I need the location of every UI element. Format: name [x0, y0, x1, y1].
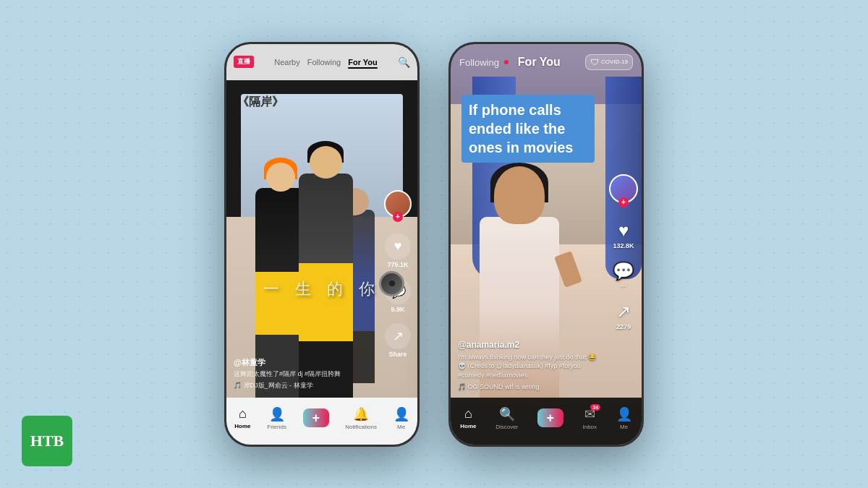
dancer2-head — [310, 146, 342, 179]
creator-avatar-container2: + — [609, 174, 638, 203]
music-disc — [379, 271, 404, 296]
header-nav: Following For You — [459, 56, 561, 69]
comment-count: 9.9K — [391, 306, 404, 313]
comment-button2[interactable]: 💬 ··· — [613, 261, 634, 290]
creator-avatar-container: + — [384, 190, 412, 218]
live-badge[interactable]: 直播 — [234, 56, 254, 68]
dancer1-head — [266, 163, 295, 192]
shield-icon: 🛡 — [590, 57, 599, 67]
create-button[interactable]: + — [303, 408, 329, 427]
heart-icon: ♥ — [385, 234, 411, 260]
home-nav-item2[interactable]: ⌂ Home — [460, 406, 476, 429]
create-nav-item2[interactable]: + — [537, 408, 563, 427]
for-you-tab2[interactable]: For You — [518, 56, 561, 68]
home-nav-item[interactable]: ⌂ Home — [234, 406, 250, 429]
like-button2[interactable]: ♥ 132.8K — [613, 221, 634, 249]
music-info: 🎵 岸DJ版_网俞云 - 林童学 — [234, 381, 378, 390]
right-sidebar-2: + ♥ 132.8K 💬 ··· ↗ 2279 — [609, 174, 638, 330]
video-description: 这舞蹈太魔性了#隔岸 dj #隔岸扭胯舞 — [234, 370, 378, 379]
profile-icon2: 👤 — [616, 406, 632, 422]
follow-plus-button2[interactable]: + — [618, 197, 629, 207]
live-indicator — [504, 60, 509, 64]
phone1-header: 直播 Nearby Following For You 🔍 — [226, 44, 417, 80]
following-tab[interactable]: Following — [307, 58, 341, 67]
home-icon: ⌂ — [239, 406, 247, 421]
discover-nav-item[interactable]: 🔍 Discover — [495, 406, 518, 430]
bottom-nav-bar2: ⌂ Home 🔍 Discover + ✉ 34 Inbox — [451, 398, 642, 445]
music-info2: 🎵 OG SOUND wtf is wrong — [458, 383, 602, 390]
search-icon[interactable]: 🔍 — [398, 56, 410, 68]
share-icon: ↗ — [385, 323, 411, 349]
share-button2[interactable]: ↗ 2279 — [616, 301, 631, 330]
create-nav-item[interactable]: + — [303, 408, 329, 427]
creator-username[interactable]: @林童学 — [234, 357, 378, 368]
follow-plus-button[interactable]: + — [393, 212, 403, 222]
share-button[interactable]: ↗ Share — [385, 323, 411, 358]
friends-icon: 👤 — [269, 406, 285, 422]
girl-head — [494, 166, 545, 224]
share-count2: 2279 — [616, 323, 631, 330]
right-sidebar: + ♥ 775.1K 💬 9.9K ↗ Share — [384, 190, 412, 358]
inbox-badge-count: 34 — [590, 404, 600, 411]
for-you-tab[interactable]: For You — [348, 58, 378, 67]
video-caption: If phone calls ended like the ones in mo… — [461, 95, 595, 163]
profile-icon: 👤 — [393, 406, 409, 422]
main-scene: 直播 Nearby Following For You 🔍 《隔岸》 一 生 的… — [224, 42, 644, 447]
like-count2: 132.8K — [613, 242, 634, 249]
comment-icon2: 💬 — [613, 261, 634, 281]
creator-username2[interactable]: @anamaria.m2 — [458, 340, 602, 350]
video-description2: I'm always thinking how can they just do… — [458, 353, 602, 380]
discover-icon: 🔍 — [499, 406, 515, 422]
create-button2[interactable]: + — [537, 408, 563, 427]
inbox-nav-item[interactable]: ✉ 34 Inbox — [582, 406, 597, 430]
bottom-nav-bar: ⌂ Home 👤 Friends + 🔔 Notifications — [226, 398, 417, 445]
friends-nav-item[interactable]: 👤 Friends — [267, 406, 286, 430]
song-title: 《隔岸》 — [237, 95, 284, 110]
like-count: 775.1K — [387, 261, 408, 268]
following-tab2[interactable]: Following — [459, 57, 499, 68]
like-button[interactable]: ♥ 775.1K — [385, 234, 411, 268]
bottom-info: @林童学 这舞蹈太魔性了#隔岸 dj #隔岸扭胯舞 🎵 岸DJ版_网俞云 - 林… — [234, 357, 378, 390]
caption-text: If phone calls ended like the ones in mo… — [461, 95, 595, 163]
profile-nav-item2[interactable]: 👤 Me — [616, 406, 632, 430]
phone1: 直播 Nearby Following For You 🔍 《隔岸》 一 生 的… — [224, 42, 420, 447]
covid-badge[interactable]: 🛡 COVID-19 — [585, 54, 633, 70]
share-label: Share — [388, 351, 407, 358]
phone2: Following For You 🛡 COVID-19 If phone ca… — [448, 42, 644, 447]
heart-icon2: ♥ — [618, 221, 629, 241]
comment-indicator2: ··· — [621, 283, 626, 290]
home-icon2: ⌂ — [464, 406, 472, 421]
covid-text: COVID-19 — [601, 59, 628, 65]
phone2-header: Following For You 🛡 COVID-19 — [451, 44, 642, 80]
ntv-logo: НТВ — [22, 416, 72, 466]
nav-tabs: Nearby Following For You — [274, 58, 377, 67]
notifications-icon: 🔔 — [353, 406, 369, 422]
share-icon2: ↗ — [616, 301, 631, 322]
nearby-tab[interactable]: Nearby — [274, 58, 299, 67]
notifications-nav-item[interactable]: 🔔 Notifications — [345, 406, 377, 430]
bottom-info2: @anamaria.m2 I'm always thinking how can… — [458, 340, 602, 390]
profile-nav-item[interactable]: 👤 Me — [393, 406, 409, 430]
